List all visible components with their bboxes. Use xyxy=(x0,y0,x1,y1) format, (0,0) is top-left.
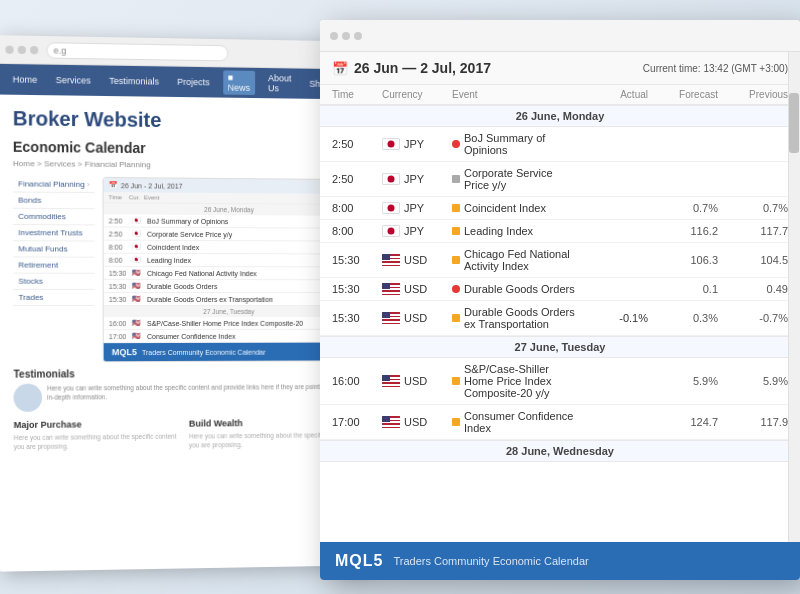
event-dot-orange xyxy=(452,256,460,264)
broker-content: Broker Website Economic Calendar Home > … xyxy=(0,95,369,464)
table-row: 17:00 USD Consumer Confidence Index 124.… xyxy=(320,405,800,440)
sidebar-bonds[interactable]: Bonds xyxy=(13,192,94,209)
table-row: 2:50 JPY Corporate Service Price y/y xyxy=(320,162,800,197)
table-row: 2:50 JPY BoJ Summary of Opinions xyxy=(320,127,800,162)
cal-footer: MQL5 Traders Community Economic Calendar xyxy=(320,542,800,580)
broker-nav: Home Services Testimonials Projects ■ Ne… xyxy=(0,64,369,100)
mql5-tagline: Traders Community Economic Calendar xyxy=(393,555,588,567)
cal-header: 📅 26 Jun — 2 Jul, 2017 Current time: 13:… xyxy=(320,52,800,85)
cal-table-header: Time Currency Event Actual Forecast Prev… xyxy=(320,85,800,105)
col-forecast: Forecast xyxy=(648,89,718,100)
event-dot-red xyxy=(452,285,460,293)
mini-cal-row-7: 15:30 🇺🇸 Durable Goods Orders ex Transpo… xyxy=(104,293,352,306)
event-dot-orange xyxy=(452,418,460,426)
flag-jp xyxy=(382,225,400,237)
mini-calendar: 📅 26 Jun - 2 Jul, 2017 Time Cur. Event 2… xyxy=(103,177,354,362)
cal-dot-2 xyxy=(342,32,350,40)
mini-cal-row-5: 15:30 🇺🇸 Chicago Fed National Activity I… xyxy=(104,267,352,280)
sidebar-stocks[interactable]: Stocks xyxy=(13,274,94,290)
testimonial-avatar-1 xyxy=(14,384,43,412)
col-time: Time xyxy=(332,89,382,100)
sidebar-retirement[interactable]: Retirement xyxy=(13,257,94,273)
calendar-icon: 📅 xyxy=(332,61,348,76)
mini-cal-row-9: 17:00 🇺🇸 Consumer Confidence Index xyxy=(104,330,352,343)
broker-title: Broker Website xyxy=(13,107,354,134)
browser-dot-1 xyxy=(5,45,13,53)
mini-cal-icon: 📅 xyxy=(109,181,118,189)
browser-dot-3 xyxy=(30,45,38,53)
testimonial-item-1: Here you can write something about the s… xyxy=(14,382,353,412)
event-dot-red xyxy=(452,140,460,148)
broker-breadcrumb: Home > Services > Financial Planning xyxy=(13,159,354,171)
broker-bottom-major-purchase: Major Purchase Here you can write someth… xyxy=(14,419,181,452)
broker-testimonials: Testimonials Here you can write somethin… xyxy=(14,367,353,412)
flag-us xyxy=(382,283,400,295)
broker-section-title: Economic Calendar xyxy=(13,139,354,159)
broker-panel: e.g Home Services Testimonials Projects … xyxy=(0,35,369,571)
flag-us xyxy=(382,312,400,324)
sidebar-investment-trusts[interactable]: Investment Trusts xyxy=(13,225,94,242)
col-previous: Previous xyxy=(718,89,788,100)
mini-cal-footer: MQL5 Traders Community Economic Calendar xyxy=(104,343,352,362)
nav-projects[interactable]: Projects xyxy=(172,75,215,90)
mini-cal-row-8: 16:00 🇺🇸 S&P/Case-Shiller Home Price Ind… xyxy=(104,317,352,330)
broker-main-content: 📅 26 Jun - 2 Jul, 2017 Time Cur. Event 2… xyxy=(103,177,354,362)
flag-us xyxy=(382,254,400,266)
flag-us xyxy=(382,416,400,428)
mini-cal-row-1: 2:50 🇯🇵 BoJ Summary of Opinions xyxy=(104,214,353,228)
event-dot-gray xyxy=(452,175,460,183)
cal-browser-bar xyxy=(320,20,800,52)
calendar-panel: 📅 26 Jun — 2 Jul, 2017 Current time: 13:… xyxy=(320,20,800,580)
mini-cal-row-4: 8:00 🇯🇵 Leading Index xyxy=(104,254,353,268)
sidebar-financial-planning[interactable]: Financial Planning› xyxy=(13,176,95,193)
event-dot-orange xyxy=(452,204,460,212)
flag-jp xyxy=(382,202,400,214)
mini-cal-row-6: 15:30 🇺🇸 Durable Goods Orders xyxy=(104,280,352,293)
event-dot-orange xyxy=(452,314,460,322)
event-dot-orange xyxy=(452,377,460,385)
nav-about[interactable]: About Us xyxy=(263,71,296,96)
cal-dot-1 xyxy=(330,32,338,40)
cal-section-wednesday: 28 June, Wednesday xyxy=(320,440,800,462)
table-row: 8:00 JPY Coincident Index 0.7% 0.7% xyxy=(320,197,800,220)
col-actual: Actual xyxy=(578,89,648,100)
table-row: 15:30 USD Durable Goods Orders ex Transp… xyxy=(320,301,800,336)
nav-testimonials[interactable]: Testimonials xyxy=(104,74,164,89)
nav-services[interactable]: Services xyxy=(51,73,96,88)
sidebar-trades[interactable]: Trades xyxy=(13,290,94,306)
nav-home[interactable]: Home xyxy=(8,72,43,87)
browser-dots xyxy=(5,45,38,54)
flag-us xyxy=(382,375,400,387)
cal-date-range: 26 Jun — 2 Jul, 2017 xyxy=(354,60,491,76)
scrollbar-thumb[interactable] xyxy=(789,93,799,153)
mini-cal-row-2: 2:50 🇯🇵 Corporate Service Price y/y xyxy=(104,227,353,241)
table-row: 15:30 USD Durable Goods Orders 0.1 0.49 xyxy=(320,278,800,301)
cal-browser-dots xyxy=(330,32,362,40)
sidebar-mutual-funds[interactable]: Mutual Funds xyxy=(13,241,94,257)
table-row: 15:30 USD Chicago Fed National Activity … xyxy=(320,243,800,278)
broker-layout: Financial Planning› Bonds Commodities In… xyxy=(13,176,354,362)
broker-bottom: Major Purchase Here you can write someth… xyxy=(14,417,353,451)
browser-url: e.g xyxy=(46,42,228,61)
table-row: 16:00 USD S&P/Case-Shiller Home Price In… xyxy=(320,358,800,405)
col-event: Event xyxy=(452,89,578,100)
browser-dot-2 xyxy=(18,45,26,53)
cal-section-monday: 26 June, Monday xyxy=(320,105,800,127)
nav-news[interactable]: ■ News xyxy=(223,70,255,95)
cal-current-time: Current time: 13:42 (GMT +3:00) xyxy=(643,63,788,74)
broker-sidebar: Financial Planning› Bonds Commodities In… xyxy=(13,176,95,362)
flag-jp xyxy=(382,173,400,185)
mini-cal-row-3: 8:00 🇯🇵 Coincident Index xyxy=(104,241,353,255)
col-currency: Currency xyxy=(382,89,452,100)
flag-jp xyxy=(382,138,400,150)
scrollbar-track[interactable] xyxy=(788,52,800,542)
mini-cal-section-tuesday: 27 June, Tuesday xyxy=(104,306,352,317)
table-row: 8:00 JPY Leading Index 116.2 117.7 xyxy=(320,220,800,243)
event-dot-orange xyxy=(452,227,460,235)
mql5-logo: MQL5 xyxy=(335,552,383,570)
cal-section-tuesday: 27 June, Tuesday xyxy=(320,336,800,358)
sidebar-commodities[interactable]: Commodities xyxy=(13,209,94,226)
cal-dot-3 xyxy=(354,32,362,40)
